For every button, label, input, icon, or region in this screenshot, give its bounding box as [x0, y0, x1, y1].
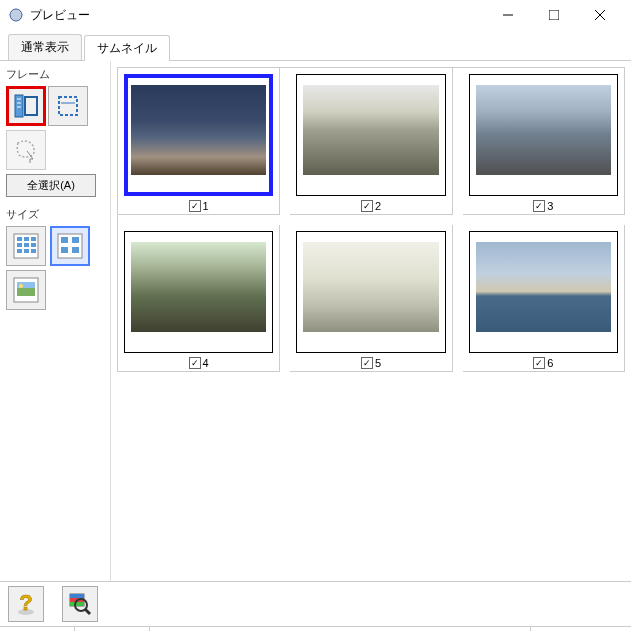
minimize-button[interactable] — [485, 0, 531, 30]
thumbnail-checkbox[interactable]: ✓ — [189, 200, 201, 212]
thumbnail-number: 5 — [375, 357, 381, 369]
size-large-button[interactable] — [6, 270, 46, 310]
svg-rect-16 — [17, 243, 22, 247]
thumbnail-label: ✓1 — [124, 200, 273, 212]
frame-panel-title: フレーム — [6, 67, 104, 82]
status-rgb: R: G: B: — [531, 627, 631, 631]
thumbnail-number: 4 — [203, 357, 209, 369]
tab-thumbnail[interactable]: サムネイル — [84, 35, 170, 61]
thumbnail-2[interactable]: ✓2 — [290, 68, 452, 215]
thumbnail-3[interactable]: ✓3 — [463, 68, 625, 215]
frame-dashed-icon — [55, 93, 81, 119]
statusbar: 35.1 mm 23.0 mm 482 x 317 ピクセル 447.63 KB… — [0, 626, 631, 631]
maximize-button[interactable] — [531, 0, 577, 30]
status-pixel-info: 482 x 317 ピクセル 447.63 KB — [150, 627, 531, 631]
sidebar: フレーム 全選択(A) サイズ — [0, 61, 110, 581]
thumbnail-area: ✓1✓2✓3✓4✓5✓6 — [110, 61, 631, 581]
svg-rect-2 — [549, 10, 559, 20]
thumbnail-image — [131, 242, 266, 332]
magnify-icon — [68, 592, 92, 616]
thumbnail-checkbox[interactable]: ✓ — [533, 200, 545, 212]
svg-rect-26 — [72, 247, 79, 253]
thumbnail-checkbox[interactable]: ✓ — [533, 357, 545, 369]
thumbnail-image — [476, 242, 611, 332]
frame-ruler-icon — [13, 93, 39, 119]
thumbnail-6[interactable]: ✓6 — [463, 225, 625, 372]
bottom-toolbar: ? — [0, 581, 631, 626]
svg-rect-34 — [70, 594, 84, 598]
thumbnail-frame — [296, 74, 445, 196]
grid-small-icon — [12, 232, 40, 260]
grid-large-icon — [12, 276, 40, 304]
size-small-button[interactable] — [6, 226, 46, 266]
svg-rect-36 — [70, 602, 84, 606]
svg-rect-23 — [61, 237, 68, 243]
size-panel-title: サイズ — [6, 207, 104, 222]
thumbnail-checkbox[interactable]: ✓ — [189, 357, 201, 369]
thumbnail-checkbox[interactable]: ✓ — [361, 357, 373, 369]
thumbnail-number: 3 — [547, 200, 553, 212]
svg-rect-10 — [59, 97, 77, 115]
status-height: 23.0 mm — [75, 627, 150, 631]
lasso-button[interactable] — [6, 130, 46, 170]
thumbnail-frame — [124, 231, 273, 353]
svg-rect-18 — [31, 243, 36, 247]
lasso-icon — [13, 137, 39, 163]
thumbnail-checkbox[interactable]: ✓ — [361, 200, 373, 212]
help-button[interactable]: ? — [8, 586, 44, 622]
thumbnail-label: ✓2 — [296, 200, 445, 212]
svg-rect-25 — [61, 247, 68, 253]
thumbnail-4[interactable]: ✓4 — [118, 225, 280, 372]
tab-normal[interactable]: 通常表示 — [8, 34, 82, 60]
thumbnail-frame — [469, 231, 618, 353]
size-panel: サイズ — [6, 207, 104, 310]
svg-text:?: ? — [19, 592, 32, 615]
svg-point-30 — [19, 284, 23, 288]
thumbnail-label: ✓3 — [469, 200, 618, 212]
thumbnail-image — [303, 242, 438, 332]
tab-bar: 通常表示 サムネイル — [0, 30, 631, 61]
thumbnail-image — [303, 85, 438, 175]
frame-hide-button[interactable] — [48, 86, 88, 126]
svg-rect-5 — [15, 95, 23, 117]
svg-line-38 — [85, 609, 90, 614]
select-all-button[interactable]: 全選択(A) — [6, 174, 96, 197]
thumbnail-label: ✓4 — [124, 357, 273, 369]
window-controls — [485, 0, 623, 30]
svg-rect-14 — [24, 237, 29, 241]
thumbnail-frame — [469, 74, 618, 196]
svg-rect-15 — [31, 237, 36, 241]
thumbnail-label: ✓5 — [296, 357, 445, 369]
thumbnail-frame — [124, 74, 273, 196]
size-medium-button[interactable] — [50, 226, 90, 266]
close-button[interactable] — [577, 0, 623, 30]
thumbnail-number: 1 — [203, 200, 209, 212]
thumbnail-5[interactable]: ✓5 — [290, 225, 452, 372]
svg-point-0 — [10, 9, 22, 21]
window-title: プレビュー — [30, 7, 485, 24]
thumbnail-image — [131, 85, 266, 175]
thumbnail-number: 6 — [547, 357, 553, 369]
svg-rect-20 — [24, 249, 29, 253]
thumbnail-grid: ✓1✓2✓3✓4✓5✓6 — [117, 67, 625, 372]
titlebar: プレビュー — [0, 0, 631, 30]
app-icon — [8, 7, 24, 23]
svg-rect-9 — [25, 97, 37, 115]
svg-rect-19 — [17, 249, 22, 253]
thumbnail-label: ✓6 — [469, 357, 618, 369]
grid-medium-icon — [56, 232, 84, 260]
status-width: 35.1 mm — [0, 627, 75, 631]
svg-rect-17 — [24, 243, 29, 247]
help-icon: ? — [14, 592, 38, 616]
thumbnail-1[interactable]: ✓1 — [118, 68, 280, 215]
zoom-button[interactable] — [62, 586, 98, 622]
thumbnail-frame — [296, 231, 445, 353]
frame-panel: フレーム 全選択(A) — [6, 67, 104, 197]
svg-rect-24 — [72, 237, 79, 243]
thumbnail-number: 2 — [375, 200, 381, 212]
frame-show-button[interactable] — [6, 86, 46, 126]
svg-rect-21 — [31, 249, 36, 253]
thumbnail-image — [476, 85, 611, 175]
content-area: フレーム 全選択(A) サイズ — [0, 61, 631, 581]
svg-rect-13 — [17, 237, 22, 241]
